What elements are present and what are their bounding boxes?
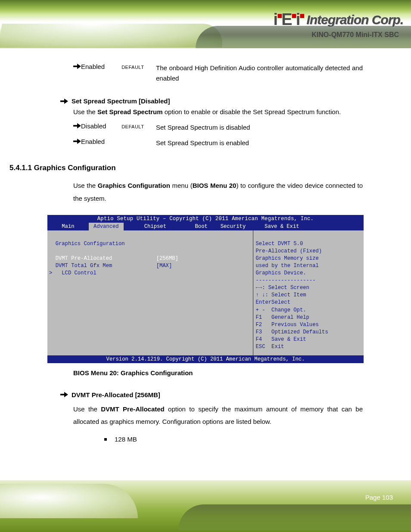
- t: BIOS Menu 20: [193, 182, 237, 189]
- bios-row-dvmt-pre[interactable]: DVMT Pre-Allocated [256MB]: [49, 255, 178, 261]
- t: Graphics Configuration: [98, 182, 170, 189]
- square-bullet-icon: [104, 438, 107, 441]
- t: F2 Previous Values: [256, 322, 319, 328]
- bios-title: Aptio Setup Utility – Copyright (C) 2011…: [47, 215, 364, 223]
- t: Graphics Configuration: [49, 241, 125, 247]
- section-heading: 5.4.1.1 Graphics Configuration: [9, 164, 363, 172]
- option-desc: Set Spread Spectrum is disabled: [156, 122, 363, 133]
- option-default: DEFAULT: [121, 124, 144, 129]
- top-banner: i■E■i■ Integration Corp. KINO-QM770 Mini…: [0, 0, 411, 48]
- bios-menu: Aptio Setup Utility – Copyright (C) 2011…: [47, 215, 364, 363]
- t: Pre-Allocated (Fixed): [256, 248, 322, 254]
- t: option to enable or disable the Set Spre…: [163, 108, 341, 115]
- dvmt-heading: DVMT Pre-Allocated [256MB]: [72, 391, 160, 398]
- bios-tab-chipset[interactable]: Chipset: [124, 223, 187, 230]
- t: Graphics Memory size: [256, 255, 319, 261]
- t: menu (: [170, 182, 193, 189]
- arrow-right-icon: [60, 391, 68, 398]
- t: DVMT Pre-Allocated: [101, 405, 165, 413]
- bios-row-lcd-control[interactable]: LCD Control: [56, 270, 97, 276]
- page-number: Page 103: [365, 494, 393, 501]
- bottom-banner: [0, 480, 411, 532]
- spread-intro: Use the Set Spread Spectrum option to en…: [73, 106, 363, 118]
- t: -------------------: [256, 277, 316, 283]
- page-content: Enabled DEFAULT The onboard High Definit…: [0, 48, 411, 443]
- t: Page: [365, 494, 382, 501]
- option-label: Enabled: [81, 138, 120, 145]
- t: Graphics Configuration: [34, 164, 116, 172]
- option-desc: Set Spread Spectrum is enabled: [156, 138, 363, 148]
- t: ESC Exit: [256, 344, 284, 350]
- t: ↑ ↓: Select Item: [256, 292, 306, 298]
- bios-row-dvmt-total[interactable]: DVMT Total Gfx Mem [MAX]: [49, 263, 172, 269]
- brand-logo: i■E■i■ Integration Corp.: [274, 10, 403, 29]
- logo-text: Integration Corp.: [306, 12, 403, 27]
- option-desc: The onboard High Definition Audio contro…: [156, 63, 363, 84]
- t: Use the: [73, 108, 97, 115]
- option-label: Enabled: [81, 63, 120, 70]
- bios-footer: Version 2.14.1219. Copyright (C) 2011 Am…: [47, 355, 364, 363]
- t: Use the: [73, 182, 98, 189]
- bios-tab-advanced[interactable]: Advanced: [89, 223, 124, 230]
- t: F4 Save & Exit: [256, 336, 306, 342]
- bios-tab-boot[interactable]: Boot: [187, 223, 216, 230]
- t: 5.4.1.1: [9, 164, 34, 172]
- bios-tabs: Main Advanced Chipset Boot Security Save…: [47, 223, 364, 230]
- arrow-right-icon: [60, 98, 68, 105]
- t: Use the: [73, 405, 101, 413]
- bios-left-pane: Graphics Configuration DVMT Pre-Allocate…: [47, 230, 253, 355]
- arrow-right-icon: [73, 122, 81, 129]
- t: F3 Optimized Defaults: [256, 329, 328, 335]
- t: F1 General Help: [256, 314, 309, 320]
- option-label: Disabled: [81, 122, 120, 130]
- t: Select DVMT 5.0: [256, 241, 303, 247]
- product-line: KINO-QM770 Mini-ITX SBC: [311, 31, 399, 39]
- arrow-right-icon: [73, 63, 81, 70]
- t: used by the Internal: [256, 263, 319, 269]
- bios-right-pane: Select DVMT 5.0 Pre-Allocated (Fixed) Gr…: [253, 230, 364, 355]
- dvmt-intro: Use the DVMT Pre-Allocated option to spe…: [73, 403, 363, 428]
- logo-mark: i■E■i■: [274, 10, 304, 29]
- t: + - Change Opt.: [256, 307, 306, 313]
- gfx-intro: Use the Graphics Configuration menu (BIO…: [73, 179, 363, 205]
- spread-heading: Set Spread Spectrum [Disabled]: [72, 97, 170, 105]
- bios-tab-rest[interactable]: Security Save & Exit: [215, 223, 304, 230]
- bios-caption: BIOS Menu 20: Graphics Configuration: [73, 369, 363, 376]
- option-default: DEFAULT: [121, 65, 144, 70]
- t: Set Spread Spectrum: [97, 108, 163, 115]
- t: EnterSelect: [256, 299, 290, 305]
- t: 103: [382, 494, 393, 501]
- t: ←→: Select Screen: [256, 285, 309, 291]
- bullet-item: 128 MB: [104, 436, 363, 443]
- t: Graphics Device.: [256, 270, 306, 276]
- arrow-right-icon: [73, 138, 81, 145]
- bullet-text: 128 MB: [115, 436, 137, 443]
- bios-tab-main[interactable]: Main: [47, 223, 89, 230]
